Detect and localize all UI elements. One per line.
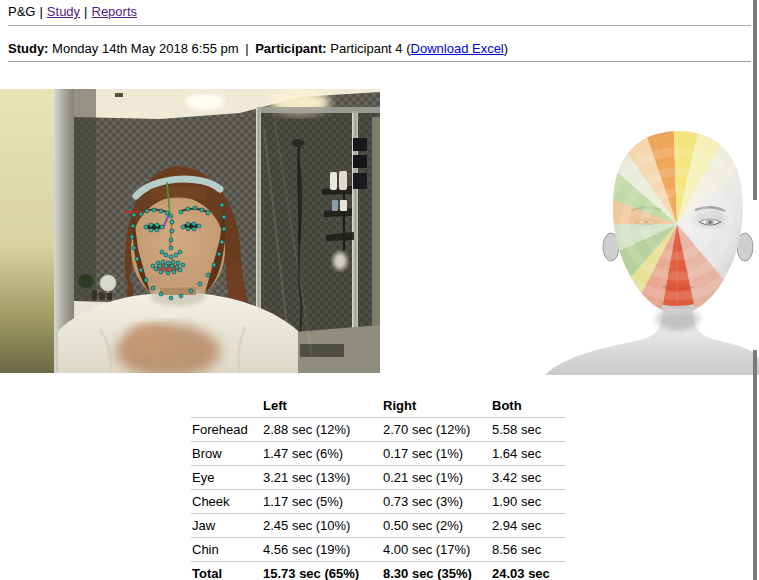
tracking-dot (206, 211, 210, 215)
tracking-dot (151, 286, 155, 290)
round-mirror (100, 275, 116, 291)
tracking-dot (179, 294, 183, 298)
tracking-dot (130, 235, 134, 239)
shampoo-bottle (330, 172, 337, 190)
scrollbar[interactable] (753, 0, 757, 200)
nav-link-study[interactable]: Study (47, 4, 80, 19)
header-both: Both (491, 394, 565, 418)
cell-left: 1.17 sec (5%) (262, 490, 382, 514)
cell-right: 8.30 sec (35%) (382, 562, 491, 580)
tracking-dot (171, 260, 175, 264)
tracking-dot (176, 261, 180, 265)
plant (78, 274, 94, 288)
nav-separator: | (84, 4, 87, 19)
cell-left: 15.73 sec (65%) (262, 562, 382, 580)
shampoo-bottle (339, 171, 347, 190)
tracking-dot (181, 263, 185, 267)
tracking-dot (145, 209, 149, 213)
cell-right: 0.17 sec (1%) (382, 442, 491, 466)
loofah (333, 252, 347, 270)
study-label: Study: (8, 41, 48, 56)
cell-right: 0.50 sec (2%) (382, 514, 491, 538)
row-label: Cheek (191, 490, 262, 514)
shower-niche (353, 155, 367, 168)
shower-niche (353, 138, 367, 151)
tracking-dot (169, 296, 173, 300)
tracking-dot (193, 206, 197, 210)
download-excel-link[interactable]: Download Excel (411, 41, 504, 56)
tracking-dot (132, 213, 136, 217)
study-separator: | (245, 41, 248, 56)
tracking-dot (186, 227, 190, 231)
tracking-dot (169, 238, 173, 242)
gaze-duration-table: Left Right Both Forehead 2.88 sec (12%) … (191, 394, 565, 580)
small-bottle (332, 200, 338, 211)
left-eye (146, 224, 162, 230)
tracking-dot (200, 208, 204, 212)
tracking-dot (181, 225, 185, 229)
cell-left: 3.21 sec (13%) (262, 466, 382, 490)
table-row: Chin 4.56 sec (19%) 4.00 sec (17%) 8.56 … (191, 538, 565, 562)
counter-bottle (107, 293, 112, 300)
scrollbar[interactable] (753, 350, 757, 580)
model-shoulders (545, 311, 759, 375)
tracking-dot (222, 227, 226, 231)
row-label: Total (191, 562, 262, 580)
tracking-dot (170, 264, 174, 268)
tracking-dot (155, 223, 159, 227)
right-eye (183, 223, 199, 229)
cell-right: 0.21 sec (1%) (382, 466, 491, 490)
row-label: Forehead (191, 418, 262, 442)
tracking-dot (192, 227, 196, 231)
table-row: Brow 1.47 sec (6%) 0.17 sec (1%) 1.64 se… (191, 442, 565, 466)
divider (8, 61, 751, 62)
tracking-dot (169, 246, 173, 250)
tracking-dot (166, 271, 170, 275)
participant-value: Participant 4 (330, 41, 402, 56)
tracking-dot (169, 255, 173, 259)
tracking-dot (131, 224, 135, 228)
table-header-row: Left Right Both (191, 394, 565, 418)
webcam-frame-image (0, 89, 380, 373)
tracking-dot (192, 222, 196, 226)
tracking-dot (159, 292, 163, 296)
tracking-dot (164, 264, 168, 268)
cell-both: 1.64 sec (491, 442, 565, 466)
header-right: Right (382, 394, 491, 418)
table-row: Forehead 2.88 sec (12%) 2.70 sec (12%) 5… (191, 418, 565, 442)
cell-both: 24.03 sec (491, 562, 565, 580)
tracking-dot (175, 265, 179, 269)
cell-both: 5.58 sec (491, 418, 565, 442)
study-bar: Study: Monday 14th May 2018 6:55 pm | Pa… (8, 41, 508, 56)
tracking-dot (144, 278, 148, 282)
shower-niche (353, 173, 367, 189)
tracking-dot (160, 225, 164, 229)
tracking-dot (169, 214, 173, 218)
tracking-dot (222, 215, 226, 219)
attention-heatmap-wedges (573, 120, 759, 328)
tracking-dot (217, 252, 221, 256)
shower-head (292, 139, 304, 147)
table-row: Jaw 2.45 sec (10%) 0.50 sec (2%) 2.94 se… (191, 514, 565, 538)
table-row: Cheek 1.17 sec (5%) 0.73 sec (3%) 1.90 s… (191, 490, 565, 514)
tracking-dot (189, 289, 193, 293)
tracking-dot (206, 273, 210, 277)
left-wall (0, 89, 54, 373)
cell-both: 3.42 sec (491, 466, 565, 490)
cell-both: 1.90 sec (491, 490, 565, 514)
cell-right: 0.73 sec (3%) (382, 490, 491, 514)
table-total-row: Total 15.73 sec (65%) 8.30 sec (35%) 24.… (191, 562, 565, 580)
divider (8, 25, 751, 26)
counter-bottle (99, 292, 105, 300)
tracking-dot (159, 270, 163, 274)
tracking-dot (220, 203, 224, 207)
tracking-dot (197, 224, 201, 228)
row-label: Eye (191, 466, 262, 490)
tracking-dot (186, 207, 190, 211)
tracking-dot (149, 228, 153, 232)
row-label: Brow (191, 442, 262, 466)
nav-link-reports[interactable]: Reports (92, 4, 138, 19)
top-nav: P&G|Study|Reports (8, 4, 137, 19)
paren-close: ) (504, 41, 508, 56)
tracking-dot (161, 260, 165, 264)
